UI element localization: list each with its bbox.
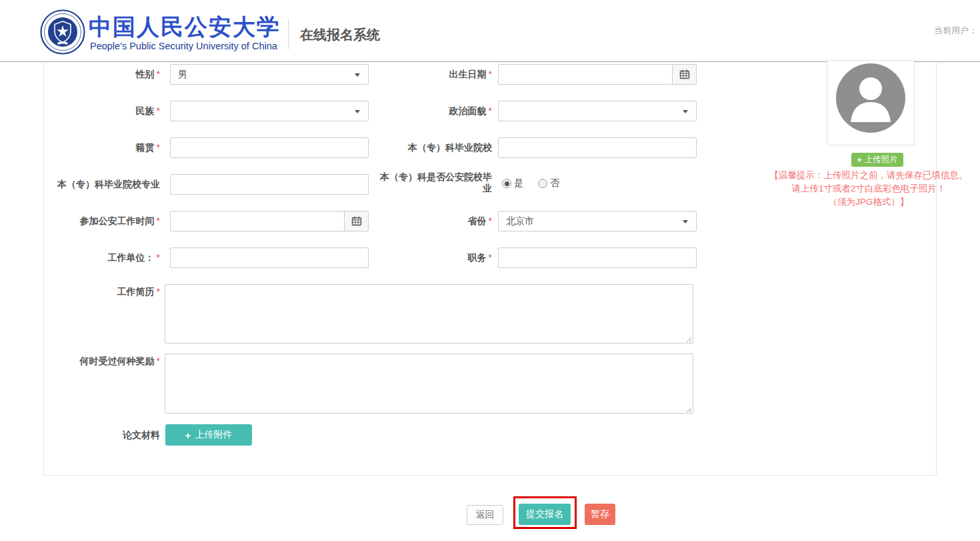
college-label: 本（专）科毕业院校 (373, 137, 492, 158)
system-title: 在线报名系统 (300, 26, 380, 44)
awards-label: 何时受过何种奖励* (40, 355, 160, 367)
caret-down-icon (683, 110, 688, 113)
awards-textarea[interactable] (165, 354, 693, 414)
university-seal-icon (40, 9, 85, 55)
work-start-time-input[interactable] (171, 211, 344, 231)
police-college-grad-radio-group: 是 否 (502, 177, 559, 189)
tips-line-2: 请上传1寸或者2寸白底彩色电子照片！ (760, 182, 977, 195)
required-marker: * (489, 69, 492, 79)
university-name-cn: 中国人民公安大学 (89, 12, 281, 43)
required-marker: * (489, 105, 492, 116)
radio-option-yes[interactable]: 是 (502, 177, 523, 189)
header: 中国人民公安大学 People's Public Security Univer… (0, 0, 980, 62)
position-input[interactable] (498, 247, 697, 268)
required-marker: * (157, 252, 160, 263)
college-major-input[interactable] (170, 174, 369, 195)
required-marker: * (489, 252, 492, 263)
header-divider (288, 19, 289, 49)
current-user-label: 当前用户： (934, 25, 977, 37)
caret-down-icon (355, 73, 360, 77)
tips-line-3: （须为JPG格式）】 (760, 195, 977, 209)
political-status-select[interactable] (498, 101, 697, 121)
calendar-icon (351, 216, 362, 226)
native-place-label: 籍贯* (40, 137, 160, 158)
page: 中国人民公安大学 People's Public Security Univer… (0, 0, 980, 541)
ethnicity-label: 民族* (40, 101, 160, 121)
work-start-time-calendar-button[interactable] (344, 211, 368, 231)
required-marker: * (157, 286, 160, 297)
radio-selected-icon (502, 179, 511, 188)
ethnicity-select[interactable] (170, 101, 369, 121)
province-select-value: 北京市 (506, 215, 534, 226)
required-marker: * (157, 142, 160, 153)
back-button[interactable]: 返回 (467, 505, 503, 525)
position-label: 职务* (373, 247, 492, 268)
temp-save-button[interactable]: 暂存 (585, 504, 615, 525)
college-major-label: 本（专）科毕业院校专业 (40, 174, 160, 195)
political-status-label: 政治面貌* (373, 101, 492, 121)
birth-date-group (498, 64, 697, 85)
work-resume-textarea[interactable] (165, 284, 693, 344)
work-unit-input[interactable] (170, 247, 369, 268)
work-start-time-group (170, 211, 369, 231)
police-college-grad-label: 本（专）科是否公安院校毕业 (375, 171, 492, 194)
upload-photo-button[interactable]: + 上传照片 (851, 153, 903, 167)
native-place-input[interactable] (170, 137, 369, 158)
gender-label: 性别* (40, 64, 160, 85)
work-unit-label: 工作单位：* (40, 247, 160, 268)
submit-registration-button[interactable]: 提交报名 (519, 504, 571, 525)
birth-date-label: 出生日期* (373, 64, 492, 85)
radio-option-no[interactable]: 否 (538, 177, 559, 189)
radio-unselected-icon (538, 179, 547, 188)
province-label: 省份* (373, 211, 492, 231)
birth-date-input[interactable] (499, 65, 672, 84)
form-panel (43, 62, 937, 476)
required-marker: * (157, 356, 160, 366)
upload-attachment-button[interactable]: + 上传附件 (165, 424, 252, 446)
university-name-en: People's Public Security University of C… (90, 41, 277, 51)
gender-select-value: 男 (178, 69, 187, 79)
required-marker: * (157, 215, 160, 226)
required-marker: * (489, 215, 492, 226)
work-resume-label: 工作简历* (40, 286, 160, 298)
tips-line-1: 【温馨提示：上传照片之前，请先保存已填信息。 (760, 169, 977, 182)
thesis-material-label: 论文材料 (40, 424, 160, 446)
caret-down-icon (355, 110, 360, 113)
avatar-placeholder-icon (836, 63, 905, 133)
required-marker: * (157, 69, 160, 79)
calendar-icon (679, 69, 690, 79)
province-select[interactable]: 北京市 (498, 211, 697, 231)
caret-down-icon (683, 220, 688, 223)
plus-icon: + (857, 155, 862, 164)
photo-upload-tips: 【温馨提示：上传照片之前，请先保存已填信息。 请上传1寸或者2寸白底彩色电子照片… (760, 169, 977, 209)
gender-select[interactable]: 男 (170, 64, 369, 85)
college-input[interactable] (498, 137, 697, 158)
required-marker: * (157, 105, 160, 116)
birth-date-calendar-button[interactable] (672, 65, 696, 84)
plus-icon: + (185, 430, 191, 440)
work-start-time-label: 参加公安工作时间* (40, 211, 160, 231)
